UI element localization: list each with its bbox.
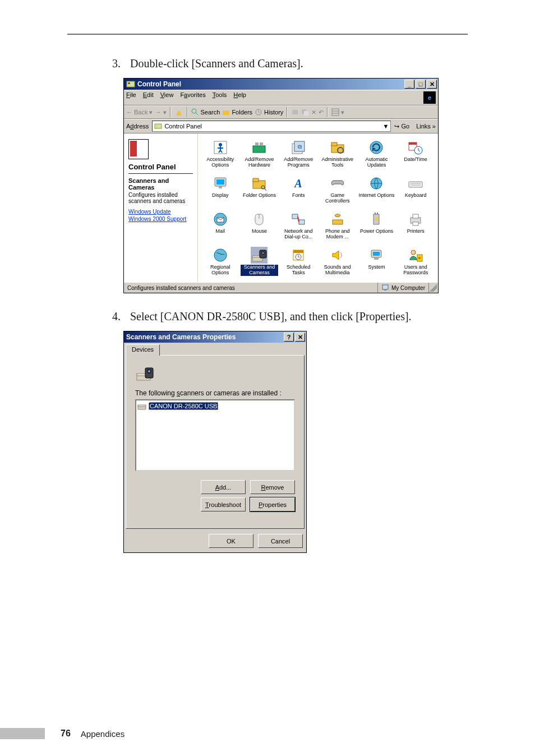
toolbar-copyto[interactable] (301, 108, 309, 116)
menu-favorites[interactable]: Favorites (180, 91, 205, 104)
footer-tab-stub (0, 728, 45, 739)
cp-left-desc: Configures installed scanners and camera… (128, 192, 193, 204)
dlg-close-button[interactable]: ✕ (295, 333, 305, 342)
help-button[interactable]: ? (284, 333, 294, 342)
cp-item-label: Add/Remove Programs (279, 157, 317, 168)
cp-body: Control Panel Scanners and Cameras Confi… (124, 133, 438, 282)
menu-tools[interactable]: Tools (213, 91, 227, 104)
list-item-label: CANON DR-2580C USB (149, 402, 218, 410)
cp-item-game-controllers[interactable]: Game Controllers (319, 175, 357, 208)
dlg-title: Scanners and Cameras Properties (126, 333, 283, 341)
go-button[interactable]: ↪ Go (394, 123, 409, 130)
toolbar-up[interactable] (174, 108, 183, 117)
cp-item-administrative-tools[interactable]: Administrative Tools (319, 139, 357, 172)
cp-item-accessibility-options[interactable]: Accessibility Options (201, 139, 239, 172)
cp-item-power-options[interactable]: Power Options (358, 211, 396, 243)
cp-item-scanners-and-cameras[interactable]: Scanners and Cameras (241, 247, 279, 279)
ie-logo-icon: e (423, 91, 436, 104)
list-item[interactable]: CANON DR-2580C USB (137, 402, 293, 411)
cp-item-mouse[interactable]: Mouse (241, 211, 279, 243)
svg-rect-2 (177, 113, 181, 116)
links-button[interactable]: Links » (416, 123, 436, 130)
toolbar-moveto[interactable] (291, 108, 299, 116)
minimize-button[interactable]: _ (404, 80, 414, 89)
menu-view[interactable]: View (160, 91, 174, 104)
toolbar-forward[interactable]: → ▾ (155, 109, 166, 116)
cp-item-internet-options[interactable]: Internet Options (358, 175, 396, 208)
cp-item-scheduled-tasks[interactable]: Scheduled Tasks (279, 247, 317, 279)
cp-item-label: Scheduled Tasks (279, 265, 317, 276)
menu-help[interactable]: Help (233, 91, 246, 104)
cp-item-icon (251, 139, 268, 156)
cp-item-label: Power Options (360, 229, 393, 234)
cp-item-fonts[interactable]: AFonts (279, 175, 317, 208)
address-field[interactable]: Control Panel ▼ (152, 121, 391, 132)
toolbar-folders[interactable]: Folders (222, 108, 252, 116)
cp-item-network-and-dial-up-co[interactable]: Network and Dial-up Co... (279, 211, 317, 243)
toolbar-back[interactable]: ← Back ▾ (126, 109, 153, 116)
cp-item-system[interactable]: System (358, 247, 396, 279)
svg-rect-23 (331, 142, 337, 146)
toolbar-undo[interactable]: ↶ (319, 109, 324, 116)
cp-item-icon (329, 247, 346, 264)
cp-item-display[interactable]: Display (201, 175, 239, 208)
svg-line-35 (264, 188, 266, 191)
add-button[interactable]: Add... (201, 480, 246, 494)
cp-item-add-remove-hardware[interactable]: Add/Remove Hardware (241, 139, 279, 172)
cp-item-label: Scanners and Cameras (241, 265, 279, 276)
cp-item-icon (407, 247, 424, 264)
menu-file[interactable]: File (126, 91, 136, 104)
cp-item-icon (368, 211, 385, 228)
address-icon (154, 122, 162, 130)
svg-rect-1 (128, 82, 130, 84)
cp-item-icon (407, 139, 424, 156)
cp-item-label: Automatic Updates (358, 157, 396, 168)
cp-item-icon (212, 175, 229, 192)
tab-devices[interactable]: Devices (126, 344, 160, 356)
ok-button[interactable]: OK (209, 534, 253, 548)
cp-item-icon: ⧉ (290, 139, 307, 156)
cp-item-label: Fonts (292, 193, 305, 199)
resize-corner[interactable] (429, 284, 437, 292)
link-windows-2000-support[interactable]: Windows 2000 Support (128, 216, 193, 222)
svg-rect-44 (292, 214, 298, 219)
svg-rect-30 (216, 179, 224, 185)
cp-item-icon: A (290, 175, 307, 192)
cp-menubar: File Edit View Favorites Tools Help e (124, 90, 438, 105)
cp-statusbar: Configures installed scanners and camera… (124, 282, 438, 293)
cp-item-mail[interactable]: Mail (201, 211, 239, 243)
cp-item-keyboard[interactable]: Keyboard (396, 175, 435, 208)
step-3-text: Double-click [Scanners and Cameras]. (130, 57, 303, 70)
cp-item-folder-options[interactable]: Folder Options (241, 175, 279, 208)
maximize-button[interactable]: □ (416, 80, 426, 89)
link-windows-update[interactable]: Windows Update (128, 209, 193, 215)
cp-item-icon (368, 139, 385, 156)
cp-item-sounds-and-multimedia[interactable]: Sounds and Multimedia (319, 247, 357, 279)
svg-point-15 (219, 143, 222, 146)
toolbar-views[interactable]: ▾ (331, 108, 344, 116)
scanners-cameras-dialog: Scanners and Cameras Properties ? ✕ Devi… (123, 331, 307, 553)
cp-item-phone-and-modem[interactable]: Phone and Modem ... (319, 211, 357, 243)
menu-edit[interactable]: Edit (143, 91, 154, 104)
dlg-tabstrip: Devices (126, 344, 305, 356)
properties-button[interactable]: Properties (250, 497, 295, 511)
cancel-button[interactable]: Cancel (258, 534, 303, 548)
cp-item-add-remove-programs[interactable]: ⧉Add/Remove Programs (279, 139, 317, 172)
cp-item-printers[interactable]: Printers (396, 211, 435, 243)
svg-rect-13 (155, 124, 162, 128)
cp-item-date-time[interactable]: Date/Time (396, 139, 435, 172)
cp-item-regional-options[interactable]: Regional Options (201, 247, 239, 279)
cp-item-users-and-passwords[interactable]: Users and Passwords (396, 247, 435, 279)
troubleshoot-button[interactable]: Troubleshoot (201, 497, 246, 511)
toolbar-delete[interactable]: ✕ (311, 109, 316, 116)
svg-rect-50 (377, 213, 378, 214)
toolbar-search[interactable]: Search (191, 108, 220, 116)
cp-item-automatic-updates[interactable]: Automatic Updates (358, 139, 396, 172)
close-button[interactable]: ✕ (427, 80, 437, 89)
address-label: Address (126, 123, 149, 130)
remove-button[interactable]: Remove (250, 480, 295, 494)
device-listbox[interactable]: CANON DR-2580C USB (135, 399, 295, 471)
page-number: 76 (61, 729, 71, 739)
svg-rect-10 (332, 109, 339, 116)
toolbar-history[interactable]: History (255, 108, 283, 116)
